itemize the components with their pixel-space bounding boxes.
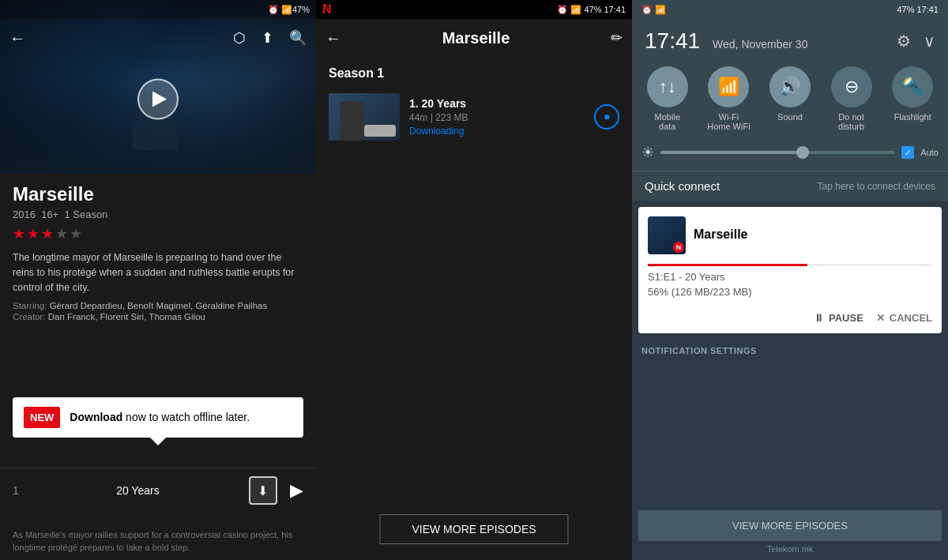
p2-status-left: N [322,2,332,17]
quick-connect[interactable]: Quick connect Tap here to connect device… [632,171,948,201]
download-banner[interactable]: NEW Download now to watch offline later. [13,397,303,438]
tile-flashlight-label: Flashlight [894,112,931,122]
brightness-thumb [796,146,809,159]
season-label: Season 1 [316,57,632,87]
pause-button[interactable]: ⏸ PAUSE [814,312,863,324]
hero-image: ⏰ 📶 47% ← ⬡ ⬆ 🔍 [0,0,316,174]
episode-description: As Marseille's mayor rallies support for… [13,529,303,560]
p2-status-right: ⏰ 📶 47% 17:41 [557,5,626,15]
tile-dnd[interactable]: ⊖ Do notdisturb [822,66,881,131]
sound-icon: 🔊 [769,66,811,107]
auto-brightness-label: Auto [920,148,939,157]
panel3-bottom: VIEW MORE EPISODES Telekom.mk [632,504,948,560]
auto-brightness-checkbox[interactable]: ✓ [901,146,914,159]
status-time-battery: 47% [292,5,310,14]
tile-dnd-label: Do notdisturb [838,112,864,131]
tile-mobile-data-label: Mobiledata [655,112,680,131]
show-meta: 2016 16+ 1 Season [13,209,303,220]
notif-date: Wed, November 30 [713,38,807,51]
p3-view-more[interactable]: VIEW MORE EPISODES [638,510,942,541]
quick-connect-label: Quick connect [645,179,720,193]
brightness-fill [660,151,801,154]
star-1: ★ [13,225,25,242]
expand-icon[interactable]: ∨ [924,32,935,51]
play-triangle-icon [152,92,167,107]
pause-icon: ⏸ [814,312,824,324]
p3-footer: Telekom.mk [638,544,942,554]
tile-flashlight[interactable]: 🔦 Flashlight [883,66,942,131]
notif-clock-time: 17:41 [645,28,700,54]
quick-connect-hint: Tap here to connect devices [818,181,935,192]
p3-time-battery: 47% 17:41 [897,5,939,14]
episode-name: 1. 20 Years [409,97,585,110]
p3-status-bar: ⏰ 📶 47% 17:41 [632,0,948,19]
star-4: ★ [55,225,68,242]
star-5: ★ [70,225,82,242]
brightness-row: ☀ ✓ Auto [632,141,948,171]
panel-notifications: ⏰ 📶 47% 17:41 17:41 Wed, November 30 ⚙ ∨… [632,0,948,560]
notif-actions: ⏸ PAUSE ✕ CANCEL [638,306,942,333]
play-button[interactable] [137,79,179,120]
notif-progress-label: 56% (126 MB/223 MB) [638,286,942,306]
episode-actions: ⬇ ▶ [249,476,303,505]
panel-netflix-show: ⏰ 📶 47% ← ⬡ ⬆ 🔍 Marseille 2016 16+ 1 Sea… [0,0,316,560]
show-toolbar: ← ⬡ ⬆ 🔍 [0,19,316,57]
panel-downloads: N ⏰ 📶 47% 17:41 ← Marseille ✏ Season 1 1… [316,0,632,560]
episode-row: 1 20 Years ⬇ ▶ [0,468,316,513]
status-icons-left: ⏰ 📶 [268,5,292,15]
tile-sound-label: Sound [777,112,803,122]
brightness-low-icon: ☀ [641,144,654,161]
download-text: Download now to watch offline later. [70,410,250,426]
p2-back-button[interactable]: ← [325,29,341,47]
cancel-button[interactable]: ✕ CANCEL [876,312,932,324]
show-description: The longtime mayor of Marseille is prepa… [13,250,303,295]
episode-title: 20 Years [116,484,160,497]
episode-play-icon[interactable]: ▶ [290,480,303,501]
view-more-button[interactable]: VIEW MORE EPISODES [379,514,568,544]
toolbar-actions: ⬡ ⬆ 🔍 [233,29,307,47]
download-arrow-icon: ⬇ [258,483,268,498]
netflix-logo: N [322,2,332,17]
search-icon[interactable]: 🔍 [289,29,307,47]
netflix-badge: N [673,242,684,253]
dnd-icon: ⊖ [831,66,872,107]
download-notification-card: N Marseille S1:E1 - 20 Years 56% (126 MB… [638,207,942,333]
wifi-icon: 📶 [708,66,749,107]
share-icon[interactable]: ⬆ [261,29,273,47]
status-bar: ⏰ 📶 47% [0,0,316,19]
show-cast: Starring: Gérard Depardieu, Benoît Magim… [13,301,303,310]
tile-wifi[interactable]: 📶 Wi-FiHome WiFi [700,66,758,131]
tile-sound[interactable]: 🔊 Sound [761,66,819,131]
new-badge: NEW [24,407,60,428]
flashlight-icon: 🔦 [892,66,933,107]
star-2: ★ [27,225,40,242]
p2-page-title: Marseille [442,29,510,47]
p3-status-icons: ⏰ 📶 [641,5,666,15]
episode-details: 44m | 223 MB [409,112,585,123]
tooltip-arrow [150,438,166,445]
download-button[interactable]: ⬇ [249,476,277,505]
star-rating: ★ ★ ★ ★ ★ [13,225,303,242]
notification-header: 17:41 Wed, November 30 ⚙ ∨ [632,19,948,60]
tile-mobile-data[interactable]: ↑↓ Mobiledata [638,66,697,131]
mobile-data-icon: ↑↓ [647,66,688,107]
download-item: 1. 20 Years 44m | 223 MB Downloading ■ [316,87,632,147]
show-content: Marseille 2016 16+ 1 Season ★ ★ ★ ★ ★ Th… [0,174,316,331]
back-button[interactable]: ← [9,29,25,47]
notif-show-thumbnail: N [648,216,686,254]
star-3: ★ [41,225,54,242]
download-progress-circle[interactable]: ■ [594,104,619,130]
notif-show-title: Marseille [694,227,747,242]
notif-card-info: Marseille [694,227,747,243]
settings-icon[interactable]: ⚙ [897,32,911,51]
cast-icon[interactable]: ⬡ [233,29,246,47]
notif-header-actions: ⚙ ∨ [897,32,935,51]
notif-episode-subtitle: S1:E1 - 20 Years [638,266,942,286]
brightness-slider[interactable] [660,151,895,154]
p2-status-bar: N ⏰ 📶 47% 17:41 [316,0,632,19]
stop-icon: ■ [604,111,609,122]
show-creator: Creator: Dan Franck, Florent Siri, Thoma… [13,312,303,321]
p2-edit-button[interactable]: ✏ [611,29,623,47]
thumb-car [364,125,396,137]
show-title: Marseille [13,183,303,205]
